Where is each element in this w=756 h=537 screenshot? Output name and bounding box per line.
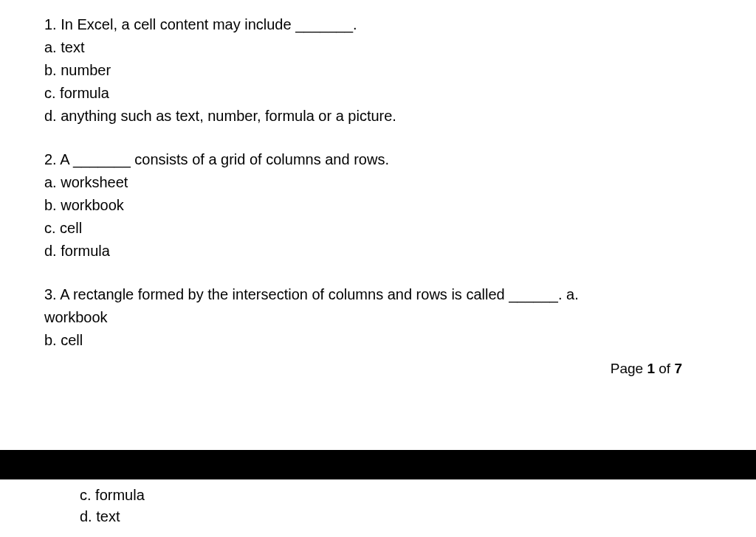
question-1-option-d: d. anything such as text, number, formul… [44, 106, 712, 126]
question-1-option-c: c. formula [44, 83, 712, 103]
question-3-option-b: b. cell [44, 330, 712, 350]
next-page-content: c. formula d. text [0, 479, 756, 537]
question-1-option-a: a. text [44, 38, 712, 58]
spacer [44, 264, 712, 285]
spacer [44, 129, 712, 150]
page-total: 7 [674, 361, 682, 376]
question-2-text: 2. A _______ consists of a grid of colum… [44, 150, 712, 170]
question-2-option-d: d. formula [44, 241, 712, 261]
page-footer: Page 1 of 7 [44, 361, 712, 377]
question-3-text: 3. A rectangle formed by the intersectio… [44, 285, 712, 305]
question-3-option-d: d. text [80, 507, 712, 527]
question-2-option-c: c. cell [44, 218, 712, 238]
question-3-option-a-wrapped: workbook [44, 308, 712, 328]
question-3-option-c: c. formula [80, 485, 712, 505]
question-1-text: 1. In Excel, a cell content may include … [44, 15, 712, 35]
page-separator-bar [0, 450, 756, 479]
question-2-option-a: a. worksheet [44, 173, 712, 193]
page-prefix: Page [611, 361, 647, 376]
question-1-option-b: b. number [44, 60, 712, 80]
page-current: 1 [647, 361, 655, 376]
question-2-option-b: b. workbook [44, 195, 712, 215]
document-content: 1. In Excel, a cell content may include … [0, 0, 756, 377]
page-middle: of [655, 361, 674, 376]
